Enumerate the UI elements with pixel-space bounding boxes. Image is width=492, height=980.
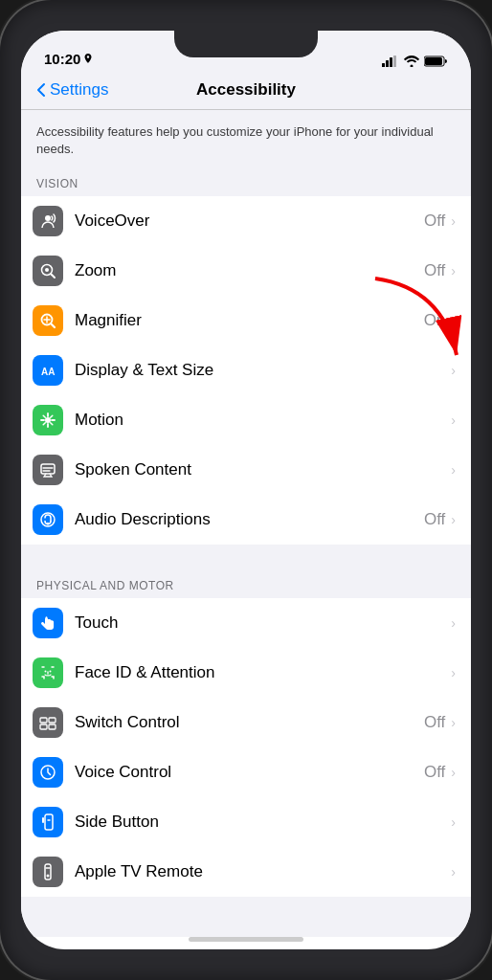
audio-descriptions-value: Off <box>424 510 445 529</box>
physical-motor-group: Touch › <box>21 598 471 897</box>
svg-point-12 <box>45 417 51 423</box>
voiceover-row[interactable]: VoiceOver Off › <box>21 196 471 246</box>
magnifier-label: Magnifier <box>75 311 142 330</box>
voice-control-right: Off › <box>424 763 456 782</box>
display-text-label: Display & Text Size <box>75 361 213 380</box>
spoken-content-content: Spoken Content › <box>75 460 456 479</box>
audio-descriptions-content: Audio Descriptions Off › <box>75 510 456 529</box>
svg-point-16 <box>50 671 52 673</box>
side-button-label: Side Button <box>75 813 159 832</box>
svg-rect-3 <box>393 56 396 67</box>
audio-descriptions-icon <box>33 504 63 535</box>
face-id-chevron: › <box>451 665 456 680</box>
face-id-right: › <box>449 665 456 680</box>
zoom-icon <box>33 256 63 286</box>
motion-right: › <box>449 412 456 428</box>
zoom-content: Zoom Off › <box>75 261 456 280</box>
audio-descriptions-right: Off › <box>424 510 456 529</box>
voice-control-row[interactable]: Voice Control Off › <box>21 747 471 797</box>
description-section: Accessibility features help you customiz… <box>21 110 471 171</box>
switch-control-chevron: › <box>451 715 456 730</box>
svg-rect-17 <box>40 718 47 723</box>
voice-control-label: Voice Control <box>75 763 171 782</box>
voice-control-content: Voice Control Off › <box>75 763 456 782</box>
back-button[interactable]: Settings <box>36 80 108 100</box>
wifi-icon <box>404 56 419 67</box>
apple-tv-right: › <box>449 864 456 880</box>
vision-group: VoiceOver Off › <box>21 196 471 545</box>
face-id-icon <box>33 657 63 688</box>
spoken-content-icon <box>33 455 63 485</box>
navigation-bar: Settings Accessibility <box>21 73 471 110</box>
svg-point-6 <box>45 215 51 221</box>
magnifier-content: Magnifier On › <box>75 311 456 330</box>
magnifier-row[interactable]: Magnifier On › <box>21 296 471 345</box>
zoom-label: Zoom <box>75 261 116 280</box>
voice-control-icon <box>33 757 63 788</box>
svg-rect-23 <box>45 864 51 880</box>
svg-rect-22 <box>45 814 53 830</box>
audio-descriptions-row[interactable]: Audio Descriptions Off › <box>21 495 471 545</box>
switch-control-label: Switch Control <box>75 713 180 732</box>
motion-icon <box>33 405 63 435</box>
side-button-row[interactable]: Side Button › <box>21 797 471 847</box>
section-header-physical: PHYSICAL AND MOTOR <box>21 573 471 598</box>
side-button-icon <box>33 807 63 837</box>
side-button-right: › <box>449 814 456 830</box>
display-text-size-row[interactable]: AA Display & Text Size › <box>21 345 471 395</box>
spoken-content-chevron: › <box>451 462 456 478</box>
zoom-row[interactable]: Zoom Off › <box>21 246 471 296</box>
motion-chevron: › <box>451 412 456 428</box>
svg-point-15 <box>45 671 47 673</box>
svg-text:AA: AA <box>41 367 55 377</box>
status-time: 10:20 <box>44 51 80 67</box>
voiceover-label: VoiceOver <box>75 212 149 231</box>
touch-right: › <box>449 615 456 631</box>
face-id-row[interactable]: Face ID & Attention › <box>21 648 471 698</box>
voiceover-chevron: › <box>451 213 456 229</box>
spoken-content-label: Spoken Content <box>75 460 191 479</box>
svg-rect-2 <box>390 57 392 67</box>
audio-descriptions-chevron: › <box>451 512 456 527</box>
zoom-chevron: › <box>451 263 456 278</box>
switch-control-icon <box>33 707 63 738</box>
svg-rect-18 <box>49 718 56 723</box>
back-label: Settings <box>50 80 108 100</box>
svg-rect-1 <box>386 60 389 67</box>
apple-tv-content: Apple TV Remote › <box>75 862 456 881</box>
svg-rect-20 <box>49 724 56 729</box>
magnifier-icon <box>33 305 63 336</box>
location-icon <box>83 54 93 65</box>
apple-tv-label: Apple TV Remote <box>75 862 203 881</box>
svg-point-24 <box>47 875 50 878</box>
description-text: Accessibility features help you customiz… <box>36 123 456 158</box>
motion-content: Motion › <box>75 411 456 430</box>
svg-rect-5 <box>425 57 442 65</box>
touch-row[interactable]: Touch › <box>21 598 471 648</box>
svg-point-8 <box>45 268 49 272</box>
face-id-label: Face ID & Attention <box>75 663 214 682</box>
side-button-chevron: › <box>451 814 456 830</box>
svg-rect-0 <box>382 63 385 67</box>
voice-control-chevron: › <box>451 765 456 780</box>
section-header-vision: VISION <box>21 171 471 196</box>
touch-content: Touch › <box>75 613 456 633</box>
spoken-content-row[interactable]: Spoken Content › <box>21 445 471 495</box>
display-text-content: Display & Text Size › <box>75 361 456 380</box>
apple-tv-row[interactable]: Apple TV Remote › <box>21 847 471 897</box>
signal-icon <box>382 56 399 67</box>
switch-control-content: Switch Control Off › <box>75 713 456 732</box>
voiceover-content: VoiceOver Off › <box>75 212 456 231</box>
switch-control-row[interactable]: Switch Control Off › <box>21 698 471 747</box>
switch-control-value: Off <box>424 713 445 732</box>
touch-icon <box>33 608 63 638</box>
display-text-chevron: › <box>451 363 456 378</box>
magnifier-chevron: › <box>451 313 456 328</box>
phone-screen: 10:20 <box>21 31 471 949</box>
spoken-content-right: › <box>449 462 456 478</box>
motion-row[interactable]: Motion › <box>21 395 471 445</box>
magnifier-value: On <box>424 311 446 330</box>
voiceover-icon <box>33 206 63 236</box>
svg-rect-13 <box>41 464 55 474</box>
notch <box>174 31 318 57</box>
